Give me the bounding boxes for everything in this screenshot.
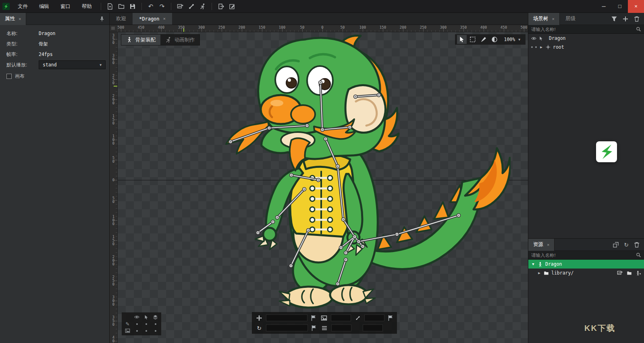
open-file-button[interactable]	[116, 2, 127, 11]
draw-order-list-icon[interactable]	[319, 325, 330, 331]
scale-x-field[interactable]	[331, 314, 351, 321]
resource-row-dragon[interactable]: ▼ Dragon	[528, 260, 644, 269]
tab-hierarchy[interactable]: 层级	[560, 15, 581, 22]
add-image-icon[interactable]	[617, 270, 623, 276]
dragon-character[interactable]	[220, 32, 511, 322]
canvas-checkbox-label: 画布	[15, 73, 25, 80]
import-animation-button[interactable]	[197, 2, 208, 11]
filter-icon[interactable]	[611, 16, 617, 22]
redo-icon[interactable]: ↷	[157, 2, 167, 11]
translate-x-field[interactable]	[266, 314, 307, 321]
cursor-icon[interactable]	[539, 36, 543, 41]
keyframe-flag-icon[interactable]	[386, 315, 395, 321]
menu-file[interactable]: 文件	[12, 0, 33, 13]
type-label: 类型:	[6, 41, 39, 48]
refresh-icon[interactable]: ↻	[624, 242, 629, 248]
tree-row-root[interactable]: ▶ root	[528, 43, 644, 52]
add-skeleton-icon[interactable]	[636, 271, 641, 276]
resources-search-bar	[528, 251, 644, 260]
edit-button[interactable]	[227, 2, 237, 11]
rig-mode-button[interactable]: 骨架装配	[121, 35, 160, 45]
menu-edit[interactable]: 编辑	[33, 0, 55, 13]
resource-row-library[interactable]: ▶ library/	[528, 269, 644, 277]
eye-icon[interactable]	[531, 36, 536, 41]
pen-icon[interactable]: ✎	[125, 321, 129, 327]
import-image-button[interactable]	[175, 2, 185, 11]
region-bounds-icon[interactable]	[468, 35, 478, 44]
add-icon[interactable]	[622, 16, 629, 22]
save-button[interactable]	[127, 2, 138, 11]
canvas-checkbox[interactable]	[6, 74, 12, 79]
tree-row-dragon[interactable]: Dragon	[528, 34, 644, 43]
menu-window[interactable]: 窗口	[55, 0, 76, 13]
ruler-label: 300	[198, 25, 205, 29]
move-tool-icon[interactable]	[253, 315, 265, 321]
app-logo-icon	[2, 3, 10, 10]
layers-icon[interactable]	[153, 314, 158, 320]
image-icon[interactable]	[318, 315, 330, 321]
pack-icon[interactable]	[613, 242, 619, 248]
brush-icon[interactable]	[479, 35, 488, 44]
tab-scene-tree[interactable]: 场景树 ×	[528, 13, 560, 25]
maximize-button[interactable]: □	[612, 0, 628, 13]
viewport[interactable]: 骨架装配 动画制作 100% ▼	[118, 32, 528, 343]
eye-icon[interactable]	[134, 314, 139, 320]
shear-x-field[interactable]	[331, 324, 351, 331]
toggle-dot[interactable]	[535, 46, 537, 48]
zoom-control[interactable]: 100% ▼	[501, 37, 524, 42]
keyframe-flag-icon[interactable]	[309, 315, 318, 321]
tab-resources[interactable]: 资源 ×	[528, 239, 555, 251]
select-cursor-icon[interactable]	[457, 35, 467, 44]
close-icon[interactable]: ×	[19, 17, 21, 21]
property-row-playback: 默认播放: stand ▼	[0, 60, 109, 70]
trash-icon[interactable]	[634, 242, 640, 248]
minimize-button[interactable]: ─	[596, 0, 612, 13]
toggle-dot[interactable]	[145, 330, 147, 332]
tab-dragon[interactable]: *Dragon ×	[133, 13, 172, 25]
sphere-shading-icon[interactable]	[490, 35, 499, 44]
toolbar-separator	[101, 3, 101, 10]
toggle-dot[interactable]	[531, 46, 533, 48]
close-button[interactable]: ×	[628, 0, 644, 13]
rotate-tool-icon[interactable]: ↻	[253, 325, 265, 331]
menu-help[interactable]: 帮助	[76, 0, 98, 13]
expand-arrow-icon[interactable]: ▶	[539, 45, 543, 49]
expand-arrow-icon[interactable]: ▼	[531, 262, 535, 266]
cursor-icon[interactable]	[144, 315, 149, 320]
close-icon[interactable]: ×	[552, 17, 555, 21]
site-watermark: KK下载	[584, 323, 615, 334]
keyframe-flag-icon[interactable]	[309, 325, 319, 331]
dock-pin-icon[interactable]	[99, 16, 105, 22]
export-button[interactable]	[216, 2, 226, 11]
toggle-dot[interactable]	[155, 330, 156, 332]
toggle-dot[interactable]	[155, 323, 156, 325]
toggle-dot[interactable]	[136, 323, 138, 325]
undo-icon[interactable]: ↶	[145, 2, 156, 11]
ruler-label: 2 5 0	[111, 275, 116, 286]
right-panel: 场景树 × 层级 Dragon ▶	[528, 13, 644, 343]
toggle-dot[interactable]	[145, 323, 147, 325]
import-skeleton-button[interactable]	[186, 2, 197, 11]
folder-icon[interactable]	[627, 271, 632, 276]
resources-search-input[interactable]	[531, 253, 636, 258]
shear-y-field[interactable]	[363, 324, 383, 331]
image-icon[interactable]	[125, 328, 130, 333]
rotate-field[interactable]	[266, 324, 308, 331]
tab-welcome[interactable]: 欢迎	[110, 13, 133, 25]
search-icon[interactable]	[636, 27, 641, 32]
search-icon[interactable]	[636, 252, 641, 258]
anim-mode-button[interactable]: 动画制作	[160, 35, 199, 45]
tab-properties[interactable]: 属性 ×	[0, 13, 26, 25]
scale-y-field[interactable]	[364, 314, 384, 321]
trash-icon[interactable]	[634, 16, 640, 22]
scene-search-input[interactable]	[531, 27, 636, 32]
name-value: Dragon	[39, 31, 56, 36]
toggle-dot[interactable]	[136, 330, 138, 332]
new-file-button[interactable]	[105, 2, 115, 11]
expand-arrow-icon[interactable]: ▶	[537, 271, 541, 275]
ruler-label: 5 0	[111, 196, 116, 204]
close-icon[interactable]: ×	[163, 16, 166, 21]
property-row-fps: 帧率: 24fps	[0, 49, 109, 60]
default-playback-select[interactable]: stand ▼	[39, 60, 106, 69]
close-icon[interactable]: ×	[547, 242, 549, 247]
